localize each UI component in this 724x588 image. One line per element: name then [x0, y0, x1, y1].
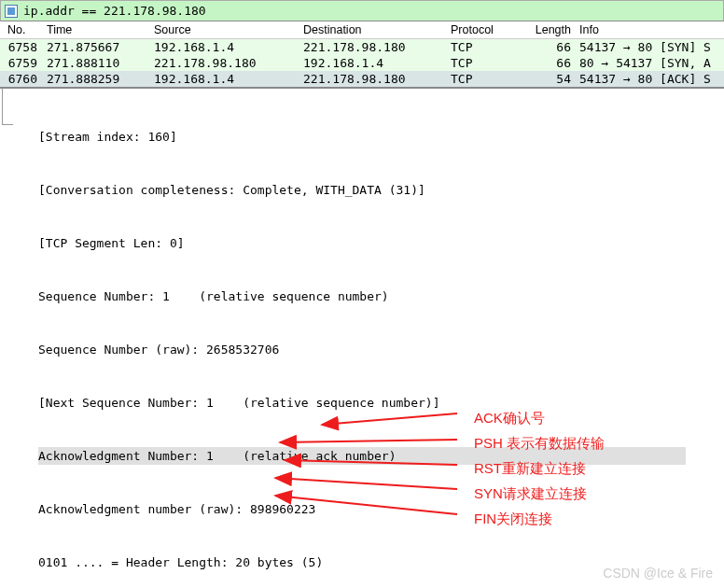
col-header-source[interactable]: Source: [154, 23, 303, 36]
cell-dst: 221.178.98.180: [303, 72, 451, 86]
col-header-protocol[interactable]: Protocol: [451, 23, 524, 36]
field-stream-index[interactable]: [Stream index: 160]: [0, 128, 724, 146]
cell-info: 54137 → 80 [ACK] S: [576, 72, 724, 86]
field-ack-relative[interactable]: Acknowledgment Number: 1 (relative ack n…: [0, 447, 724, 465]
cell-proto: TCP: [451, 56, 524, 70]
cell-src: 192.168.1.4: [154, 72, 303, 86]
cell-proto: TCP: [451, 40, 524, 54]
col-header-info[interactable]: Info: [576, 23, 724, 36]
field-conversation-completeness[interactable]: [Conversation completeness: Complete, WI…: [0, 181, 724, 199]
cell-len: 54: [524, 72, 576, 86]
display-filter-bar[interactable]: [0, 0, 724, 21]
cell-info: 80 → 54137 [SYN, A: [576, 56, 724, 70]
field-next-seq[interactable]: [Next Sequence Number: 1 (relative seque…: [0, 394, 724, 412]
bookmark-icon: [5, 5, 18, 18]
cell-time: 271.888110: [47, 56, 154, 70]
field-seq-relative[interactable]: Sequence Number: 1 (relative sequence nu…: [0, 287, 724, 305]
annotation-ack: ACK确认号: [474, 405, 605, 430]
related-packet-marker: [2, 88, 13, 125]
cell-no: 6758: [0, 40, 47, 54]
col-header-length[interactable]: Length: [524, 23, 576, 36]
cell-src: 192.168.1.4: [154, 40, 303, 54]
cell-len: 66: [524, 40, 576, 54]
col-header-time[interactable]: Time: [47, 23, 154, 36]
display-filter-input[interactable]: [21, 3, 301, 19]
cell-time: 271.875667: [47, 40, 154, 54]
cell-dst: 192.168.1.4: [303, 56, 451, 70]
packet-list: 6758 271.875667 192.168.1.4 221.178.98.1…: [0, 39, 724, 87]
col-header-no[interactable]: No.: [0, 23, 47, 36]
annotation-syn: SYN请求建立连接: [474, 481, 605, 506]
field-ack-raw[interactable]: Acknowledgment number (raw): 898960223: [0, 500, 724, 518]
annotation-rst: RST重新建立连接: [474, 455, 605, 481]
packet-detail-tree: [Stream index: 160] [Conversation comple…: [0, 87, 724, 588]
cell-len: 66: [524, 56, 576, 70]
cell-dst: 221.178.98.180: [303, 40, 451, 54]
annotation-labels: ACK确认号 PSH 表示有数据传输 RST重新建立连接 SYN请求建立连接 F…: [466, 405, 605, 531]
cell-src: 221.178.98.180: [154, 56, 303, 70]
cell-no: 6759: [0, 56, 47, 70]
cell-time: 271.888259: [47, 72, 154, 86]
packet-row[interactable]: 6760 271.888259 192.168.1.4 221.178.98.1…: [0, 71, 724, 87]
field-tcp-segment-len[interactable]: [TCP Segment Len: 0]: [0, 234, 724, 252]
field-seq-raw[interactable]: Sequence Number (raw): 2658532706: [0, 341, 724, 358]
cell-info: 54137 → 80 [SYN] S: [576, 40, 724, 54]
packet-list-header: No. Time Source Destination Protocol Len…: [0, 21, 724, 39]
watermark: CSDN @Ice & Fire: [603, 566, 713, 581]
cell-proto: TCP: [451, 72, 524, 86]
col-header-destination[interactable]: Destination: [303, 23, 451, 36]
annotation-fin: FIN关闭连接: [474, 506, 605, 531]
packet-row[interactable]: 6759 271.888110 221.178.98.180 192.168.1…: [0, 55, 724, 71]
packet-row[interactable]: 6758 271.875667 192.168.1.4 221.178.98.1…: [0, 39, 724, 55]
cell-no: 6760: [0, 72, 47, 86]
annotation-psh: PSH 表示有数据传输: [474, 430, 605, 455]
